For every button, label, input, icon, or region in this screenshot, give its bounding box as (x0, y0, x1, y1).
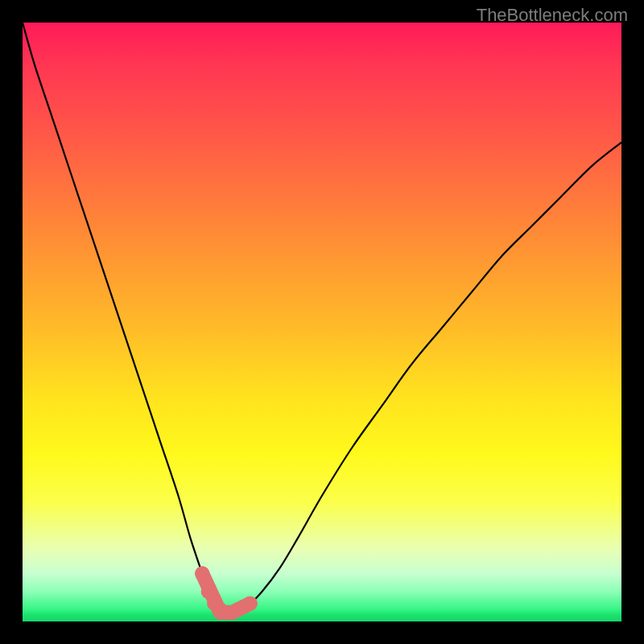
bottleneck-curve (23, 23, 621, 613)
optimal-region-dots (195, 566, 258, 619)
optimal-dot (195, 566, 209, 580)
bottleneck-curve-plot (23, 23, 621, 621)
chart-area (23, 23, 621, 621)
optimal-dot (243, 597, 258, 611)
